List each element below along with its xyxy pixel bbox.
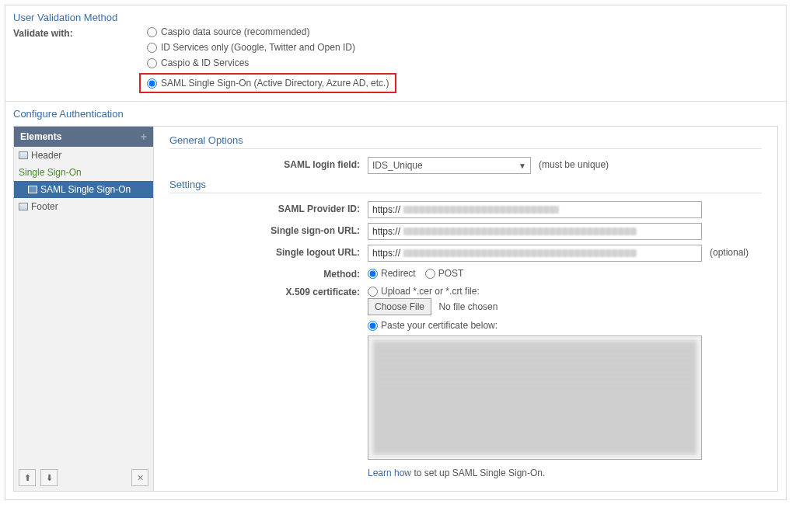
opt-caspio-id[interactable]: Caspio & ID Services	[147, 57, 396, 68]
signon-url-input[interactable]: https://	[368, 223, 702, 240]
file-chooser-row: Choose File No file chosen	[368, 301, 702, 312]
opt-id-services[interactable]: ID Services only (Google, Twitter and Op…	[147, 42, 396, 53]
settings-heading: Settings	[169, 179, 762, 193]
row-logout-url: Single logout URL: https:// (optional)	[169, 245, 762, 262]
cert-upload-option[interactable]: Upload *.cer or *.crt file:	[368, 284, 702, 297]
signon-url-label: Single sign-on URL:	[169, 223, 368, 236]
opt-label: Caspio & ID Services	[161, 57, 249, 68]
chevron-down-icon: ▼	[518, 162, 526, 170]
form-icon	[28, 186, 37, 193]
method-label: Method:	[169, 266, 368, 280]
cert-paste-option[interactable]: Paste your certificate below:	[368, 318, 702, 331]
tree-saml[interactable]: SAML Single Sign-On	[14, 181, 153, 198]
row-cert: X.509 certificate: Upload *.cer or *.crt…	[169, 284, 762, 478]
cert-textarea[interactable]	[368, 336, 702, 460]
learn-row: Learn how to set up SAML Single Sign-On.	[368, 468, 702, 478]
settings-pane: General Options SAML login field: IDS_Un…	[154, 127, 777, 491]
method-options: Redirect POST	[368, 266, 463, 279]
method-redirect-label: Redirect	[381, 268, 416, 279]
radio-upload-cert[interactable]	[368, 287, 378, 297]
provider-id-input[interactable]: https://	[368, 201, 702, 218]
opt-label: Caspio data source (recommended)	[161, 26, 309, 37]
tree-label: Header	[31, 150, 61, 161]
sidebar-title: Elements	[20, 131, 61, 142]
radio-post[interactable]	[425, 269, 435, 279]
sidebar-header: Elements +	[14, 127, 153, 147]
validation-title: User Validation Method	[5, 5, 786, 26]
tree-sso[interactable]: Single Sign-On	[14, 164, 153, 181]
login-field-hint: (must be unique)	[539, 157, 609, 170]
redacted-value	[403, 206, 559, 214]
tree-footer[interactable]: Footer	[14, 198, 153, 215]
radio-caspio-data[interactable]	[147, 27, 157, 37]
redacted-value	[403, 228, 637, 235]
validation-options: Caspio data source (recommended) ID Serv…	[147, 26, 396, 93]
tree-label: Single Sign-On	[19, 167, 82, 178]
logout-url-label: Single logout URL:	[169, 245, 368, 258]
move-up-button[interactable]: ⬆	[19, 469, 36, 486]
tree-header[interactable]: Header	[14, 147, 153, 164]
no-file-label: No file chosen	[438, 301, 498, 312]
tree-label: SAML Single Sign-On	[40, 184, 131, 195]
row-login-field: SAML login field: IDS_Unique ▼ (must be …	[169, 157, 762, 174]
row-method: Method: Redirect POST	[169, 266, 762, 280]
tree-label: Footer	[31, 201, 58, 212]
opt-label: ID Services only (Google, Twitter and Op…	[161, 42, 355, 53]
general-options-heading: General Options	[169, 134, 762, 149]
login-field-label: SAML login field:	[169, 157, 368, 170]
add-element-icon[interactable]: +	[141, 130, 147, 143]
delete-button[interactable]: ✕	[131, 469, 148, 486]
choose-file-button[interactable]: Choose File	[368, 298, 431, 315]
sidebar-footer: ⬆ ⬇ ✕	[14, 464, 153, 491]
learn-text: to set up SAML Single Sign-On.	[411, 468, 545, 478]
form-icon	[19, 203, 28, 210]
elements-sidebar: Elements + Header Single Sign-On SAML Si…	[14, 127, 154, 491]
provider-id-label: SAML Provider ID:	[169, 201, 368, 214]
cert-controls: Upload *.cer or *.crt file: Choose File …	[368, 284, 702, 478]
cert-label: X.509 certificate:	[169, 284, 368, 297]
move-down-button[interactable]: ⬇	[40, 469, 58, 486]
opt-saml-sso[interactable]: SAML Single Sign-On (Active Directory, A…	[139, 73, 396, 93]
url-prefix: https://	[372, 204, 400, 215]
redacted-cert	[373, 341, 696, 454]
cert-paste-label: Paste your certificate below:	[381, 320, 498, 331]
form-icon	[19, 151, 28, 159]
configure-section: Configure Authentication Elements + Head…	[5, 102, 786, 499]
radio-id-services[interactable]	[147, 43, 157, 53]
row-signon-url: Single sign-on URL: https://	[169, 223, 762, 240]
url-prefix: https://	[372, 226, 400, 237]
radio-caspio-id[interactable]	[147, 58, 157, 68]
main-panel: User Validation Method Validate with: Ca…	[5, 5, 787, 500]
row-provider-id: SAML Provider ID: https://	[169, 201, 762, 218]
configure-body: Elements + Header Single Sign-On SAML Si…	[13, 126, 778, 492]
radio-redirect[interactable]	[368, 269, 378, 279]
method-post-label: POST	[438, 268, 464, 279]
redacted-value	[403, 249, 637, 257]
configure-title: Configure Authentication	[13, 108, 778, 120]
validation-row: Validate with: Caspio data source (recom…	[5, 26, 786, 101]
learn-how-link[interactable]: Learn how	[368, 468, 411, 478]
validate-with-label: Validate with:	[13, 26, 147, 39]
logout-hint: (optional)	[710, 245, 749, 258]
cert-upload-label: Upload *.cer or *.crt file:	[381, 286, 480, 297]
logout-url-input[interactable]: https://	[368, 245, 702, 262]
radio-paste-cert[interactable]	[368, 321, 378, 331]
login-field-select[interactable]: IDS_Unique ▼	[368, 157, 531, 174]
radio-saml-sso[interactable]	[147, 78, 157, 89]
opt-caspio-data[interactable]: Caspio data source (recommended)	[147, 26, 396, 37]
opt-label: SAML Single Sign-On (Active Directory, A…	[161, 78, 389, 89]
url-prefix: https://	[372, 248, 400, 259]
select-value: IDS_Unique	[372, 160, 423, 171]
